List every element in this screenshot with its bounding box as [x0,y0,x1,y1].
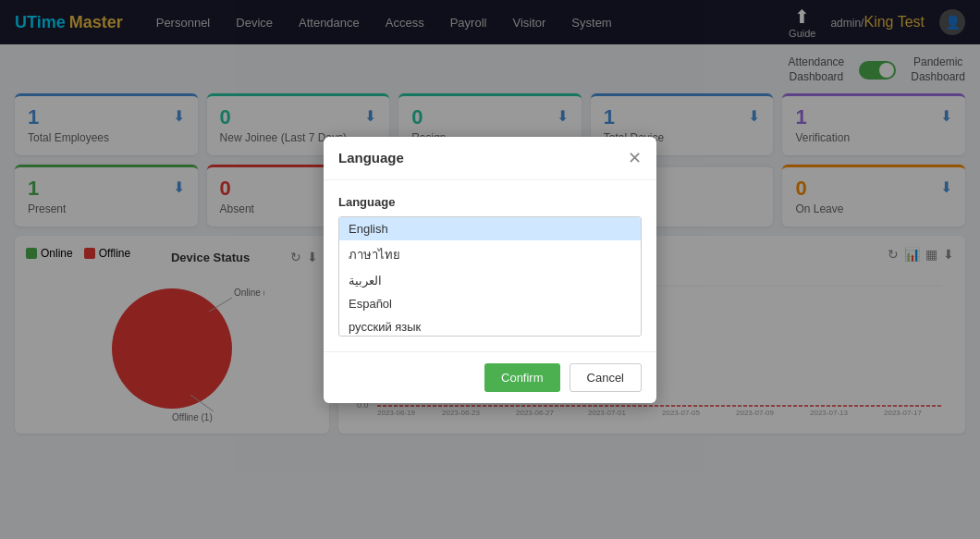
lang-option-thai[interactable]: ภาษาไทย [339,240,641,269]
modal-body: Language English ภาษาไทย العربية Español… [324,180,656,351]
language-select[interactable]: English ภาษาไทย العربية Español русский … [338,216,642,337]
modal-title: Language [338,150,404,165]
lang-option-russian[interactable]: русский язык [339,315,641,337]
modal-overlay[interactable]: Language ✕ Language English ภาษาไทย العر… [0,0,980,539]
lang-option-spanish[interactable]: Español [339,292,641,315]
lang-option-arabic[interactable]: العربية [339,269,641,292]
language-section-label: Language [338,195,642,209]
modal-close-button[interactable]: ✕ [628,148,642,168]
modal-header: Language ✕ [324,137,656,180]
modal-footer: Confirm Cancel [324,351,656,403]
language-modal: Language ✕ Language English ภาษาไทย العر… [324,137,656,403]
lang-option-english[interactable]: English [339,217,641,240]
cancel-button[interactable]: Cancel [570,363,642,392]
confirm-button[interactable]: Confirm [484,363,560,392]
